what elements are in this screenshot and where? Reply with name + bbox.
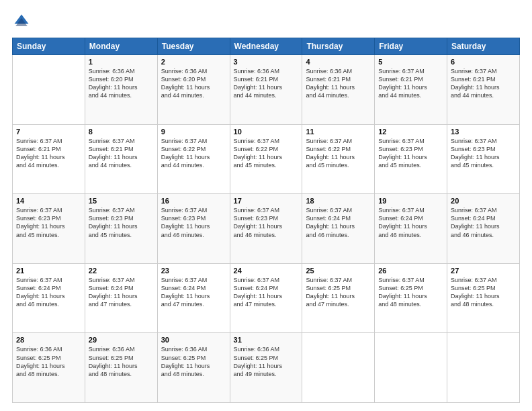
day-number: 31: [234, 336, 299, 344]
day-number: 3: [234, 58, 299, 66]
day-number: 29: [89, 336, 154, 344]
day-info: Sunrise: 6:36 AM Sunset: 6:25 PM Dayligh…: [16, 345, 81, 378]
header-cell-saturday: Saturday: [447, 38, 520, 55]
day-cell: 28Sunrise: 6:36 AM Sunset: 6:25 PM Dayli…: [13, 333, 85, 403]
day-cell: 7Sunrise: 6:37 AM Sunset: 6:21 PM Daylig…: [13, 124, 85, 194]
day-cell: 26Sunrise: 6:37 AM Sunset: 6:25 PM Dayli…: [375, 263, 447, 333]
week-row-4: 21Sunrise: 6:37 AM Sunset: 6:24 PM Dayli…: [13, 263, 520, 333]
week-row-1: 1Sunrise: 6:36 AM Sunset: 6:20 PM Daylig…: [13, 55, 520, 125]
day-number: 18: [306, 197, 371, 205]
day-info: Sunrise: 6:37 AM Sunset: 6:24 PM Dayligh…: [89, 276, 154, 309]
day-cell: 20Sunrise: 6:37 AM Sunset: 6:24 PM Dayli…: [447, 194, 520, 264]
week-row-5: 28Sunrise: 6:36 AM Sunset: 6:25 PM Dayli…: [13, 333, 520, 403]
day-cell: [375, 333, 447, 403]
day-cell: [302, 333, 375, 403]
day-info: Sunrise: 6:37 AM Sunset: 6:21 PM Dayligh…: [16, 137, 81, 170]
header-cell-tuesday: Tuesday: [157, 38, 230, 55]
page: SundayMondayTuesdayWednesdayThursdayFrid…: [0, 0, 532, 411]
day-number: 6: [451, 58, 516, 66]
day-info: Sunrise: 6:37 AM Sunset: 6:23 PM Dayligh…: [16, 206, 81, 239]
day-number: 8: [89, 128, 154, 136]
day-number: 21: [16, 267, 81, 275]
day-info: Sunrise: 6:36 AM Sunset: 6:21 PM Dayligh…: [234, 67, 299, 100]
logo: [12, 12, 34, 31]
day-info: Sunrise: 6:37 AM Sunset: 6:23 PM Dayligh…: [234, 206, 299, 239]
day-cell: 30Sunrise: 6:36 AM Sunset: 6:25 PM Dayli…: [157, 333, 230, 403]
day-number: 25: [306, 267, 371, 275]
day-number: 10: [234, 128, 299, 136]
day-cell: 23Sunrise: 6:37 AM Sunset: 6:24 PM Dayli…: [157, 263, 230, 333]
day-number: 9: [161, 128, 226, 136]
day-cell: 1Sunrise: 6:36 AM Sunset: 6:20 PM Daylig…: [85, 55, 157, 125]
day-info: Sunrise: 6:37 AM Sunset: 6:21 PM Dayligh…: [451, 67, 516, 100]
header: [12, 12, 520, 31]
header-row: SundayMondayTuesdayWednesdayThursdayFrid…: [13, 38, 520, 55]
day-info: Sunrise: 6:37 AM Sunset: 6:24 PM Dayligh…: [378, 206, 443, 239]
day-cell: 18Sunrise: 6:37 AM Sunset: 6:24 PM Dayli…: [302, 194, 375, 264]
day-number: 27: [451, 267, 516, 275]
day-cell: 31Sunrise: 6:36 AM Sunset: 6:25 PM Dayli…: [230, 333, 302, 403]
day-info: Sunrise: 6:37 AM Sunset: 6:23 PM Dayligh…: [161, 206, 226, 239]
week-row-2: 7Sunrise: 6:37 AM Sunset: 6:21 PM Daylig…: [13, 124, 520, 194]
header-cell-friday: Friday: [375, 38, 447, 55]
day-number: 14: [16, 197, 81, 205]
day-info: Sunrise: 6:36 AM Sunset: 6:21 PM Dayligh…: [306, 67, 371, 100]
header-cell-wednesday: Wednesday: [230, 38, 302, 55]
header-cell-monday: Monday: [85, 38, 157, 55]
day-number: 26: [378, 267, 443, 275]
day-cell: 8Sunrise: 6:37 AM Sunset: 6:21 PM Daylig…: [85, 124, 157, 194]
day-number: 17: [234, 197, 299, 205]
header-cell-thursday: Thursday: [302, 38, 375, 55]
day-cell: 14Sunrise: 6:37 AM Sunset: 6:23 PM Dayli…: [13, 194, 85, 264]
day-info: Sunrise: 6:36 AM Sunset: 6:20 PM Dayligh…: [89, 67, 154, 100]
day-cell: 3Sunrise: 6:36 AM Sunset: 6:21 PM Daylig…: [230, 55, 302, 125]
day-info: Sunrise: 6:37 AM Sunset: 6:24 PM Dayligh…: [306, 206, 371, 239]
day-number: 2: [161, 58, 226, 66]
day-cell: 15Sunrise: 6:37 AM Sunset: 6:23 PM Dayli…: [85, 194, 157, 264]
day-info: Sunrise: 6:37 AM Sunset: 6:24 PM Dayligh…: [451, 206, 516, 239]
day-number: 20: [451, 197, 516, 205]
day-cell: 10Sunrise: 6:37 AM Sunset: 6:22 PM Dayli…: [230, 124, 302, 194]
day-number: 16: [161, 197, 226, 205]
day-cell: 13Sunrise: 6:37 AM Sunset: 6:23 PM Dayli…: [447, 124, 520, 194]
day-info: Sunrise: 6:37 AM Sunset: 6:23 PM Dayligh…: [89, 206, 154, 239]
day-info: Sunrise: 6:37 AM Sunset: 6:23 PM Dayligh…: [451, 137, 516, 170]
week-row-3: 14Sunrise: 6:37 AM Sunset: 6:23 PM Dayli…: [13, 194, 520, 264]
day-cell: 4Sunrise: 6:36 AM Sunset: 6:21 PM Daylig…: [302, 55, 375, 125]
day-number: 28: [16, 336, 81, 344]
calendar-header: SundayMondayTuesdayWednesdayThursdayFrid…: [13, 38, 520, 55]
day-cell: 11Sunrise: 6:37 AM Sunset: 6:22 PM Dayli…: [302, 124, 375, 194]
day-cell: 17Sunrise: 6:37 AM Sunset: 6:23 PM Dayli…: [230, 194, 302, 264]
day-info: Sunrise: 6:37 AM Sunset: 6:22 PM Dayligh…: [306, 137, 371, 170]
day-cell: 21Sunrise: 6:37 AM Sunset: 6:24 PM Dayli…: [13, 263, 85, 333]
day-info: Sunrise: 6:37 AM Sunset: 6:21 PM Dayligh…: [378, 67, 443, 100]
day-info: Sunrise: 6:37 AM Sunset: 6:25 PM Dayligh…: [378, 276, 443, 309]
day-number: 30: [161, 336, 226, 344]
day-info: Sunrise: 6:37 AM Sunset: 6:21 PM Dayligh…: [89, 137, 154, 170]
day-info: Sunrise: 6:36 AM Sunset: 6:25 PM Dayligh…: [234, 345, 299, 378]
day-info: Sunrise: 6:37 AM Sunset: 6:24 PM Dayligh…: [161, 276, 226, 309]
day-cell: 2Sunrise: 6:36 AM Sunset: 6:20 PM Daylig…: [157, 55, 230, 125]
day-cell: 25Sunrise: 6:37 AM Sunset: 6:25 PM Dayli…: [302, 263, 375, 333]
day-info: Sunrise: 6:37 AM Sunset: 6:22 PM Dayligh…: [234, 137, 299, 170]
day-number: 11: [306, 128, 371, 136]
day-number: 15: [89, 197, 154, 205]
day-cell: 27Sunrise: 6:37 AM Sunset: 6:25 PM Dayli…: [447, 263, 520, 333]
day-cell: 22Sunrise: 6:37 AM Sunset: 6:24 PM Dayli…: [85, 263, 157, 333]
calendar-table: SundayMondayTuesdayWednesdayThursdayFrid…: [12, 38, 520, 403]
day-cell: 9Sunrise: 6:37 AM Sunset: 6:22 PM Daylig…: [157, 124, 230, 194]
day-info: Sunrise: 6:37 AM Sunset: 6:23 PM Dayligh…: [378, 137, 443, 170]
day-number: 5: [378, 58, 443, 66]
day-cell: 29Sunrise: 6:36 AM Sunset: 6:25 PM Dayli…: [85, 333, 157, 403]
day-info: Sunrise: 6:37 AM Sunset: 6:22 PM Dayligh…: [161, 137, 226, 170]
day-number: 4: [306, 58, 371, 66]
day-number: 22: [89, 267, 154, 275]
day-info: Sunrise: 6:36 AM Sunset: 6:25 PM Dayligh…: [161, 345, 226, 378]
day-info: Sunrise: 6:36 AM Sunset: 6:20 PM Dayligh…: [161, 67, 226, 100]
day-number: 7: [16, 128, 81, 136]
day-cell: [447, 333, 520, 403]
logo-icon: [12, 12, 31, 31]
day-cell: 5Sunrise: 6:37 AM Sunset: 6:21 PM Daylig…: [375, 55, 447, 125]
day-info: Sunrise: 6:37 AM Sunset: 6:25 PM Dayligh…: [306, 276, 371, 309]
calendar-body: 1Sunrise: 6:36 AM Sunset: 6:20 PM Daylig…: [13, 55, 520, 403]
